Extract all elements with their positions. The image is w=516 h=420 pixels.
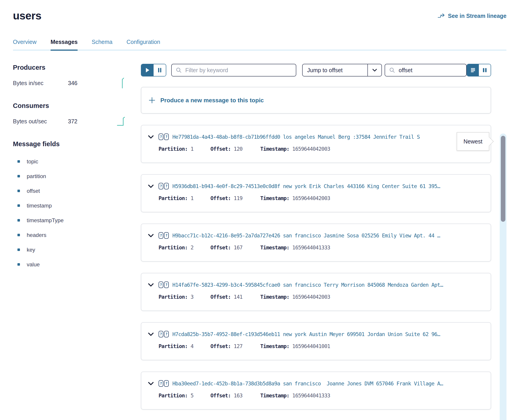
field-item-offset: offset [13,184,127,198]
chevron-down-icon[interactable] [148,233,159,238]
plus-icon [149,97,155,104]
chevron-down-icon[interactable] [148,184,159,188]
producers-heading: Producers [13,64,127,71]
view-toggle [467,64,491,76]
chevron-down-icon[interactable] [367,64,381,76]
scrollbar-thumb[interactable] [501,136,505,222]
topic-page: users See in Stream lineage Overview Mes… [0,0,516,420]
tab-schema[interactable]: Schema [92,39,113,51]
message-meta: Partition: 5Offset: 163Timestamp: 165964… [148,393,485,398]
unknown-byte-icon: ?? [159,232,169,239]
message-preview: H7cda825b-35b7-4952-88ef-c193d546eb11 ne… [172,331,485,337]
message-meta: Partition: 1Offset: 119Timestamp: 165964… [148,195,485,201]
produce-message-button[interactable]: Produce a new message to this topic [141,87,491,114]
field-item-headers: headers [13,228,127,242]
message-meta: Partition: 4Offset: 127Timestamp: 165964… [148,343,485,349]
content: Producers Bytes in/sec 346 Consumers Byt… [13,64,516,410]
bullet-icon [17,263,20,266]
message-row[interactable]: ?? He77981da-4a43-48ab-b8f8-cb71b96ffdd0… [141,125,491,163]
page-header: users See in Stream lineage [0,0,516,22]
tab-bar: Overview Messages Schema Configuration [13,39,507,51]
filter-input[interactable] [185,67,292,74]
list-view-icon [470,68,476,73]
search-icon [176,67,182,73]
message-preview: Hba30eed7-1edc-452b-8b1a-738d3b5d8a9a sa… [172,381,485,387]
message-fields-heading: Message fields [13,140,127,148]
message-meta: Partition: 1Offset: 120Timestamp: 165964… [148,146,485,152]
bytes-in-metric: Bytes in/sec 346 [13,78,127,89]
message-meta: Partition: 2Offset: 167Timestamp: 165964… [148,245,485,250]
tab-messages[interactable]: Messages [51,39,78,51]
bullet-icon [17,219,20,222]
field-item-value: value [13,257,127,272]
column-view-button[interactable] [479,64,491,76]
sidebar: Producers Bytes in/sec 346 Consumers Byt… [13,64,141,410]
pause-button[interactable] [154,64,166,76]
jump-to-offset-value: Jump to offset [303,67,367,74]
search-icon [389,67,395,73]
field-item-partition: partition [13,169,127,184]
bytes-in-label: Bytes in/sec [13,80,68,86]
messages-panel: Jump to offset [141,64,516,410]
unknown-byte-icon: ?? [159,282,169,288]
bullet-icon [17,175,20,177]
offset-search-box [385,64,467,76]
lineage-link-label: See in Stream lineage [448,13,507,19]
offset-input[interactable] [398,67,462,74]
consumers-sparkline [117,116,126,127]
chevron-down-icon[interactable] [148,332,159,336]
consumers-heading: Consumers [13,102,127,110]
bullet-icon [17,234,20,236]
newest-tooltip: Newest [457,132,489,151]
field-item-key: key [13,242,127,257]
chevron-down-icon[interactable] [148,283,159,287]
message-preview: H9bacc71c-b12c-4216-8e95-2a7da727e426 sa… [172,233,485,239]
lineage-arrow-icon [438,13,445,19]
jump-to-offset-select[interactable]: Jump to offset [302,64,382,76]
list-view-button[interactable] [467,64,479,76]
bytes-in-value: 346 [68,80,77,86]
chevron-down-icon[interactable] [148,382,159,386]
messages-toolbar: Jump to offset [141,64,491,76]
tab-configuration[interactable]: Configuration [126,39,160,51]
pause-icon [158,68,162,73]
play-pause-control [141,64,166,76]
field-item-timestamp: timestamp [13,198,127,213]
bullet-icon [17,248,20,251]
tooltip-label: Newest [463,138,482,145]
message-meta: Partition: 3Offset: 141Timestamp: 165964… [148,294,485,300]
message-preview: He77981da-4a43-48ab-b8f8-cb71b96ffdd0 lo… [172,134,485,140]
filter-input-box [171,64,296,76]
message-preview: H14fa67fe-5823-4299-b3c4-595845cfcae0 sa… [172,282,485,288]
bytes-out-value: 372 [68,118,77,125]
bullet-icon [17,160,20,163]
unknown-byte-icon: ?? [159,380,169,387]
message-row[interactable]: ?? H14fa67fe-5823-4299-b3c4-595845cfcae0… [141,273,491,311]
field-item-timestampType: timestampType [13,213,127,228]
bullet-icon [17,190,20,192]
message-row[interactable]: ?? H9bacc71c-b12c-4216-8e95-2a7da727e426… [141,224,491,262]
produce-button-label: Produce a new message to this topic [160,97,264,104]
bullet-icon [17,204,20,207]
unknown-byte-icon: ?? [159,183,169,189]
message-row[interactable]: ?? Hba30eed7-1edc-452b-8b1a-738d3b5d8a9a… [141,372,491,410]
message-row[interactable]: ?? H5936db81-b943-4e0f-8c29-74513e0c0d8f… [141,174,491,212]
unknown-byte-icon: ?? [159,331,169,338]
column-view-icon [483,68,487,73]
bytes-out-label: Bytes out/sec [13,118,68,125]
field-item-topic: topic [13,154,127,169]
stream-lineage-link[interactable]: See in Stream lineage [438,13,507,19]
page-title: users [13,9,41,22]
scrollbar-track[interactable] [500,134,507,420]
tab-overview[interactable]: Overview [13,39,37,51]
play-icon [145,68,150,73]
play-button[interactable] [141,64,154,76]
message-row[interactable]: ?? H7cda825b-35b7-4952-88ef-c193d546eb11… [141,322,491,360]
chevron-down-icon[interactable] [148,135,159,139]
producers-sparkline [118,78,126,89]
bytes-out-metric: Bytes out/sec 372 [13,116,127,127]
message-preview: H5936db81-b943-4e0f-8c29-74513e0c0d8f ne… [172,183,485,189]
unknown-byte-icon: ?? [159,134,169,140]
